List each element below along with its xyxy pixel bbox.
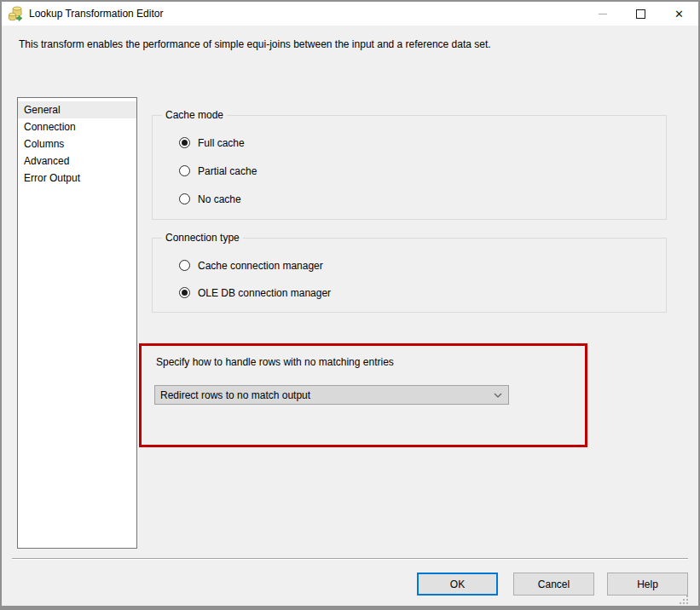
radio-button-icon (179, 260, 190, 271)
maximize-button[interactable] (622, 2, 660, 26)
radio-button-icon (179, 287, 190, 298)
page-list: General Connection Columns Advanced Erro… (17, 97, 137, 549)
cache-mode-group: Cache mode Full cache Partial cache No c… (152, 115, 667, 220)
close-icon: ✕ (674, 9, 684, 20)
dialog-description: This transform enables the performance o… (19, 38, 491, 50)
sidebar-item-connection[interactable]: Connection (18, 118, 136, 135)
radio-partial-cache[interactable]: Partial cache (179, 164, 257, 177)
window-controls: ✕ (583, 2, 698, 26)
database-transform-icon (8, 6, 23, 21)
cancel-button[interactable]: Cancel (513, 573, 594, 596)
maximize-icon (636, 9, 645, 19)
sidebar-item-columns[interactable]: Columns (18, 135, 136, 152)
connection-type-group: Connection type Cache connection manager… (152, 238, 667, 313)
no-match-label: Specify how to handle rows with no match… (156, 356, 394, 368)
radio-full-cache[interactable]: Full cache (179, 136, 245, 149)
chevron-down-icon (488, 393, 508, 398)
window-title: Lookup Transformation Editor (29, 8, 163, 20)
sidebar-item-advanced[interactable]: Advanced (18, 152, 136, 170)
radio-no-cache[interactable]: No cache (179, 193, 241, 205)
sidebar-item-general[interactable]: General (18, 101, 136, 118)
radio-oledb-connection-manager[interactable]: OLE DB connection manager (179, 286, 331, 299)
help-button[interactable]: Help (607, 573, 688, 596)
radio-button-icon (179, 137, 190, 148)
radio-label: Full cache (198, 137, 245, 149)
titlebar[interactable]: Lookup Transformation Editor ✕ (2, 2, 698, 26)
radio-button-icon (179, 193, 190, 204)
minimize-icon (599, 14, 607, 14)
no-match-dropdown[interactable]: Redirect rows to no match output (154, 385, 509, 405)
resize-grip[interactable] (679, 595, 689, 605)
ok-button[interactable]: OK (417, 573, 498, 596)
radio-label: Partial cache (198, 165, 257, 177)
radio-cache-connection-manager[interactable]: Cache connection manager (179, 259, 323, 272)
no-match-dropdown-value: Redirect rows to no match output (155, 389, 488, 401)
connection-type-group-title: Connection type (162, 232, 243, 244)
cache-mode-group-title: Cache mode (162, 109, 227, 121)
minimize-button[interactable] (583, 2, 622, 26)
sidebar-item-error-output[interactable]: Error Output (18, 170, 136, 187)
footer-separator (12, 558, 688, 560)
radio-label: No cache (198, 193, 241, 205)
radio-label: OLE DB connection manager (198, 287, 331, 299)
close-button[interactable]: ✕ (660, 2, 698, 26)
lookup-transformation-editor-dialog: Lookup Transformation Editor ✕ This tran… (0, 0, 700, 610)
radio-button-icon (179, 165, 190, 176)
radio-label: Cache connection manager (198, 260, 323, 272)
